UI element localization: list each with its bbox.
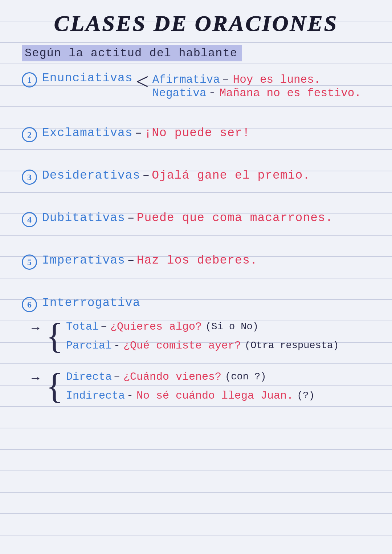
dash-parcial: - <box>114 339 120 352</box>
branch-example-negativa: Mañana no es festivo. <box>219 87 361 99</box>
spacer-2 <box>22 142 370 162</box>
item-example-3: Ojalá gane el premio. <box>152 169 310 182</box>
brace-items-1: Total – ¿Quieres algo? (Si o No) Parcial… <box>66 317 339 355</box>
item-example-2: ¡No puede ser! <box>144 126 250 140</box>
brace-note-parcial: (Otra respuesta) <box>245 340 339 351</box>
brace-note-directa: (con ?) <box>225 371 266 382</box>
brace-directa: Directa – ¿Cuándo vienes? (con ?) <box>66 367 315 386</box>
brace-note-total: (Si o No) <box>205 321 258 332</box>
dash-3: – <box>142 169 150 182</box>
dash-directa: – <box>114 371 120 383</box>
section-header: Según la actitud del hablante <box>22 45 242 61</box>
dash-afirmativa: – <box>222 73 229 86</box>
item-5-row: Imperativas – Haz los deberes. <box>42 254 258 267</box>
page-title: CLASES DE ORACIONES <box>22 11 370 36</box>
list-item-4: 4 Dubitativas – Puede que coma macarrone… <box>22 211 370 227</box>
dash-negativa: - <box>209 86 216 100</box>
brace-label-indirecta: Indirecta <box>66 390 125 402</box>
brace-block-2: { Directa – ¿Cuándo vienes? (con ?) Indi… <box>46 367 315 405</box>
item-example-4: Puede que coma macarrones. <box>137 211 333 225</box>
interrogativa-block-2: → { Directa – ¿Cuándo vienes? (con ?) In… <box>29 367 370 405</box>
dash-5: – <box>127 254 135 267</box>
dash-4: – <box>127 211 135 225</box>
spacer-6 <box>22 355 370 362</box>
branch-example-afirmativa: Hoy es lunes. <box>233 73 321 86</box>
brace-note-indirecta: (?) <box>297 390 315 401</box>
arrow-icon-1: → <box>29 320 42 335</box>
brace-example-parcial: ¿Qué comiste ayer? <box>123 339 241 352</box>
spacer-5 <box>22 270 370 290</box>
list-item-3: 3 Desiderativas – Ojalá gane el premio. <box>22 169 370 185</box>
circle-number-5: 5 <box>22 254 37 270</box>
item-4-row: Dubitativas – Puede que coma macarrones. <box>42 211 333 225</box>
main-content: CLASES DE ORACIONES Según la actitud del… <box>0 0 392 420</box>
brace-items-2: Directa – ¿Cuándo vienes? (con ?) Indire… <box>66 367 315 405</box>
page: CLASES DE ORACIONES Según la actitud del… <box>0 0 392 554</box>
circle-number-4: 4 <box>22 212 37 227</box>
brace-example-directa: ¿Cuándo vienes? <box>123 371 221 383</box>
item-label-6: Interrogativa <box>42 296 140 310</box>
item-label-3: Desiderativas <box>42 169 140 182</box>
item-example-5: Haz los deberes. <box>137 254 258 267</box>
brace-total: Total – ¿Quieres algo? (Si o No) <box>66 317 339 336</box>
brace-parcial: Parcial - ¿Qué comiste ayer? (Otra respu… <box>66 336 339 355</box>
enunciativas-branches: Afirmativa – Hoy es lunes. Negativa - Ma… <box>152 73 361 100</box>
circle-number-3: 3 <box>22 170 37 185</box>
brace-block-1: { Total – ¿Quieres algo? (Si o No) Parci… <box>46 317 339 355</box>
branch-negativa: Negativa - Mañana no es festivo. <box>152 86 361 100</box>
spacer-3 <box>22 185 370 205</box>
item-6-row: Interrogativa <box>42 296 140 310</box>
brace-1: { <box>46 318 63 354</box>
brace-example-indirecta: No sé cuándo llega Juan. <box>136 390 293 402</box>
branch-afirmativa: Afirmativa – Hoy es lunes. <box>152 73 361 86</box>
brace-label-total: Total <box>66 321 99 333</box>
list-item-6: 6 Interrogativa <box>22 296 370 312</box>
item-label-2: Exclamativas <box>42 126 133 140</box>
list-item-5: 5 Imperativas – Haz los deberes. <box>22 254 370 270</box>
item-2-row: Exclamativas – ¡No puede ser! <box>42 126 250 140</box>
arrow-icon-2: → <box>29 370 42 386</box>
interrogativa-block-1: → { Total – ¿Quieres algo? (Si o No) Par… <box>29 317 370 355</box>
branch-label-negativa: Negativa <box>152 87 207 99</box>
brace-label-directa: Directa <box>66 371 112 383</box>
circle-number-1: 1 <box>22 72 37 87</box>
dash-indirecta: - <box>127 390 133 402</box>
circle-number-2: 2 <box>22 127 37 142</box>
spacer-4 <box>22 227 370 247</box>
brace-example-total: ¿Quieres algo? <box>110 321 202 333</box>
list-item: 1 Enunciativas < Afirmativa – Hoy es lun… <box>22 72 370 100</box>
dash-total: – <box>101 321 107 333</box>
branch-label-afirmativa: Afirmativa <box>152 73 220 86</box>
brace-2: { <box>46 368 63 404</box>
circle-number-6: 6 <box>22 297 37 312</box>
item-label-4: Dubitativas <box>42 211 125 225</box>
item-3-row: Desiderativas – Ojalá gane el premio. <box>42 169 310 182</box>
dash-2: – <box>135 126 142 140</box>
list-item-2: 2 Exclamativas – ¡No puede ser! <box>22 126 370 142</box>
item-label-5: Imperativas <box>42 254 125 267</box>
item-label-1: Enunciativas <box>42 72 133 85</box>
spacer-1 <box>22 100 370 120</box>
branch-bracket-1: < <box>136 70 149 93</box>
brace-label-parcial: Parcial <box>66 339 112 352</box>
brace-indirecta: Indirecta - No sé cuándo llega Juan. (?) <box>66 386 315 405</box>
